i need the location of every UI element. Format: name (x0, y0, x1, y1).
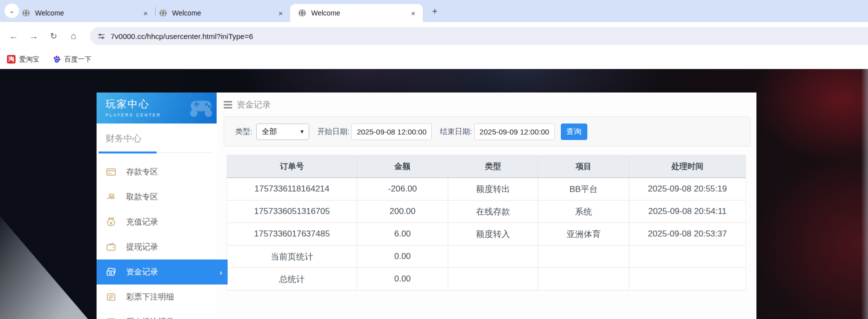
chevron-right-icon: › (220, 268, 222, 276)
cell-order-no: 1757336118164214 (227, 178, 357, 200)
money-bag-icon (106, 217, 116, 227)
cell-amount: 6.00 (357, 223, 448, 246)
tab-3-active[interactable]: Welcome × (290, 4, 423, 22)
cell-type: 额度转出 (448, 178, 538, 200)
col-type: 类型 (448, 156, 538, 178)
wallet-icon (106, 242, 116, 252)
cell-process-time: 2025-09-08 20:53:37 (629, 223, 746, 246)
globe-favicon (298, 9, 306, 17)
globe-favicon (22, 9, 30, 17)
type-select-value: 全部 (262, 127, 277, 136)
tab-title: Welcome (311, 9, 340, 17)
end-date-input[interactable] (474, 124, 555, 140)
cell-project: 亚洲体育 (538, 223, 629, 246)
baidu-paw-icon: du (53, 55, 61, 64)
deposit-card-icon (106, 167, 116, 177)
start-date-label: 开始日期: (317, 127, 349, 136)
tab-list-chevron-button[interactable]: ⌄ (5, 4, 19, 18)
globe-favicon (159, 9, 167, 17)
sidebar-item-history-bet-records[interactable]: 历史投注记录 (97, 310, 217, 319)
cell-order-no: 1757336017637485 (227, 223, 357, 246)
panel-header: 资金记录 (217, 92, 756, 110)
sidebar-item-label: 存款专区 (126, 167, 158, 178)
bookmark-label: 百度一下 (65, 55, 92, 64)
sidebar-item-label: 资金记录 (126, 267, 158, 278)
col-process-time: 处理时间 (629, 156, 746, 178)
svg-text:du: du (55, 60, 58, 62)
section-divider (99, 152, 213, 154)
new-tab-button[interactable]: + (428, 5, 441, 18)
cell-type: 额度转入 (448, 223, 538, 246)
bookmark-baidu[interactable]: du 百度一下 (53, 55, 92, 64)
bookmark-taobao[interactable]: 淘 爱淘宝 (7, 55, 40, 64)
sidebar-item-withdrawal-records[interactable]: 提现记录 (97, 234, 217, 260)
tab-title: Welcome (35, 9, 64, 17)
tab-1[interactable]: Welcome × (22, 4, 150, 22)
cell-project: BB平台 (538, 178, 629, 200)
sidebar-item-label: 历史投注记录 (126, 317, 174, 319)
page-title: 资金记录 (237, 99, 271, 110)
hamburger-icon[interactable] (224, 101, 232, 108)
sidebar-header: 玩家中心 PLAYERS CENTER (97, 92, 217, 124)
filter-bar: 类型: 全部 ▼ 开始日期: 结束日期: 查询 (224, 116, 750, 146)
cell-label: 总统计 (227, 268, 357, 290)
search-button[interactable]: 查询 (561, 124, 587, 140)
sidebar-item-lottery-bet-details[interactable]: 彩票下注明细 (97, 284, 217, 310)
forward-icon[interactable]: → (26, 28, 41, 44)
back-icon[interactable]: ← (6, 28, 21, 44)
tab-close-icon[interactable]: × (276, 9, 285, 18)
start-date-input[interactable] (351, 124, 432, 140)
cell-label: 当前页统计 (227, 246, 357, 268)
tab-2[interactable]: Welcome × (159, 4, 285, 22)
sidebar-section-title: 财务中心 (106, 132, 217, 144)
funds-records-table: 订单号 金额 类型 项目 处理时间 1757336118164214 -206.… (227, 155, 746, 290)
address-bar[interactable]: 7v0000.cc/hhcp/usercenter.html?iniType=6 (90, 27, 868, 45)
chevron-down-icon: ▼ (299, 128, 305, 134)
tab-close-icon[interactable]: × (141, 9, 150, 18)
list-icon (106, 292, 116, 302)
type-label: 类型: (235, 127, 252, 136)
sidebar-item-label: 提现记录 (126, 242, 158, 252)
list-icon (106, 317, 116, 319)
background-right-edge (861, 69, 868, 319)
table-row-page-total: 当前页统计 0.00 (227, 246, 746, 268)
sidebar-item-recharge-records[interactable]: 充值记录 (97, 210, 217, 234)
sidebar-menu: 存款专区 取款专区 充值记录 提现记录 资金记录 › 彩票下注明细 (97, 160, 217, 319)
page-background: 玩家中心 PLAYERS CENTER 财务中心 存款专区 取款专区 充值记录 (0, 69, 868, 319)
cell-amount: 0.00 (357, 268, 448, 290)
cell-order-no: 1757336051316705 (227, 200, 357, 223)
table-row: 1757336051316705 200.00 在线存款 系统 2025-09-… (227, 200, 746, 223)
tune-icon (97, 32, 106, 40)
sidebar-item-withdraw-zone[interactable]: 取款专区 (97, 184, 217, 210)
hand-coins-icon (106, 192, 116, 202)
cell-process-time: 2025-09-08 20:54:11 (629, 200, 746, 223)
table-row: 1757336017637485 6.00 额度转入 亚洲体育 2025-09-… (227, 223, 746, 246)
player-center-sidebar: 玩家中心 PLAYERS CENTER 财务中心 存款专区 取款专区 充值记录 (97, 92, 217, 319)
sidebar-item-deposit-zone[interactable]: 存款专区 (97, 160, 217, 184)
col-project: 项目 (538, 156, 629, 178)
table-header-row: 订单号 金额 类型 项目 处理时间 (227, 156, 746, 178)
home-icon[interactable]: ⌂ (66, 28, 81, 44)
col-amount: 金额 (357, 156, 448, 178)
sidebar-item-funds-records[interactable]: 资金记录 › (97, 260, 228, 284)
tab-separator (155, 7, 156, 16)
end-date-label: 结束日期: (440, 127, 472, 136)
background-wedge (0, 159, 110, 319)
funds-records-panel: 资金记录 类型: 全部 ▼ 开始日期: 结束日期: 查询 订单号 金额 类型 项… (217, 92, 756, 319)
browser-chrome: ⌄ Welcome × Welcome × Welcome × + ← → ↻ … (0, 0, 868, 69)
tab-close-icon[interactable]: × (409, 9, 418, 18)
type-select[interactable]: 全部 ▼ (256, 124, 309, 140)
bookmark-label: 爱淘宝 (19, 55, 40, 64)
cell-process-time: 2025-09-08 20:55:19 (629, 178, 746, 200)
url-text: 7v0000.cc/hhcp/usercenter.html?iniType=6 (111, 32, 253, 40)
taobao-icon: 淘 (7, 55, 16, 64)
gamepad-icon (190, 96, 213, 118)
tab-strip: ⌄ Welcome × Welcome × Welcome × + (0, 0, 868, 22)
reload-icon[interactable]: ↻ (46, 28, 61, 44)
bookmarks-bar: 淘 爱淘宝 du 百度一下 (0, 50, 868, 69)
banknotes-icon (106, 267, 116, 277)
table-row: 1757336118164214 -206.00 额度转出 BB平台 2025-… (227, 178, 746, 200)
cell-amount: 200.00 (357, 200, 448, 223)
cell-project: 系统 (538, 200, 629, 223)
sidebar-item-label: 彩票下注明细 (126, 292, 174, 302)
